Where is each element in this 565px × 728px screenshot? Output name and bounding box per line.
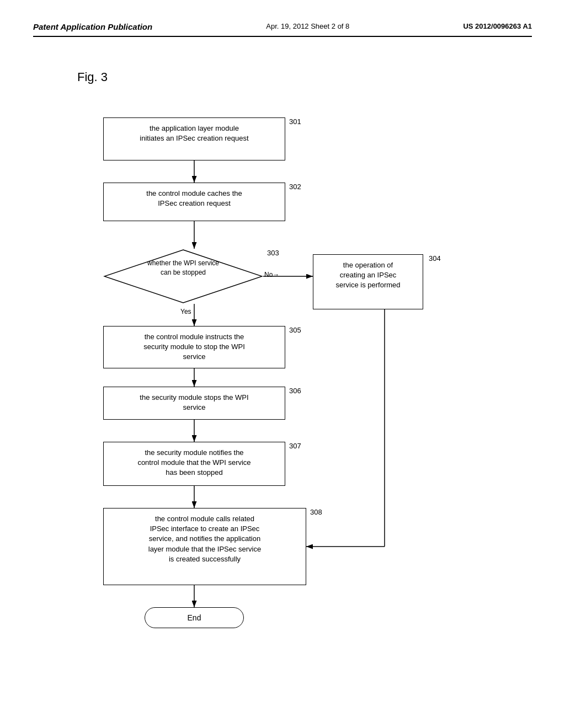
ref-306: 306 (289, 387, 301, 395)
ref-305: 305 (289, 326, 301, 334)
ref-303: 303 (267, 249, 279, 257)
ref-307: 307 (289, 442, 301, 450)
node-302: the control module caches the IPSec crea… (103, 183, 285, 221)
node-305-text: the control module instructs the securit… (143, 333, 245, 361)
ref-308: 308 (310, 508, 322, 516)
node-end-text: End (188, 613, 201, 622)
node-end: End (145, 607, 244, 628)
node-304: the operation of creating an IPSec servi… (313, 254, 423, 309)
ref-304: 304 (429, 254, 441, 263)
node-305: the control module instructs the securit… (103, 326, 285, 368)
yes-label: Yes (180, 308, 191, 315)
header-right: US 2012/0096263 A1 (463, 22, 532, 30)
node-308: the control module calls related IPSec i… (103, 508, 306, 585)
node-303-shape: whether the WPI servicecan be stopped (103, 249, 263, 304)
page-header: Patent Application Publication Apr. 19, … (33, 22, 532, 37)
node-306: the security module stops the WPI servic… (103, 387, 285, 420)
node-302-text: the control module caches the IPSec crea… (146, 189, 242, 207)
page: Patent Application Publication Apr. 19, … (0, 0, 565, 728)
ref-302: 302 (289, 183, 301, 191)
ref-301: 301 (289, 117, 301, 126)
header-center: Apr. 19, 2012 Sheet 2 of 8 (266, 22, 349, 30)
header-left: Patent Application Publication (33, 22, 152, 31)
figure-label: Fig. 3 (77, 70, 532, 84)
no-label: No→ (264, 271, 279, 279)
node-304-text: the operation of creating an IPSec servi… (335, 261, 400, 289)
flowchart: the application layer module initiates a… (48, 101, 517, 680)
node-306-text: the security module stops the WPI servic… (140, 393, 248, 411)
node-307: the security module notifies the control… (103, 442, 285, 486)
node-301: the application layer module initiates a… (103, 117, 285, 160)
node-301-text: the application layer module initiates a… (140, 124, 248, 142)
node-303: whether the WPI servicecan be stopped (103, 249, 263, 304)
node-308-text: the control module calls related IPSec i… (148, 515, 262, 563)
node-307-text: the security module notifies the control… (137, 448, 250, 477)
